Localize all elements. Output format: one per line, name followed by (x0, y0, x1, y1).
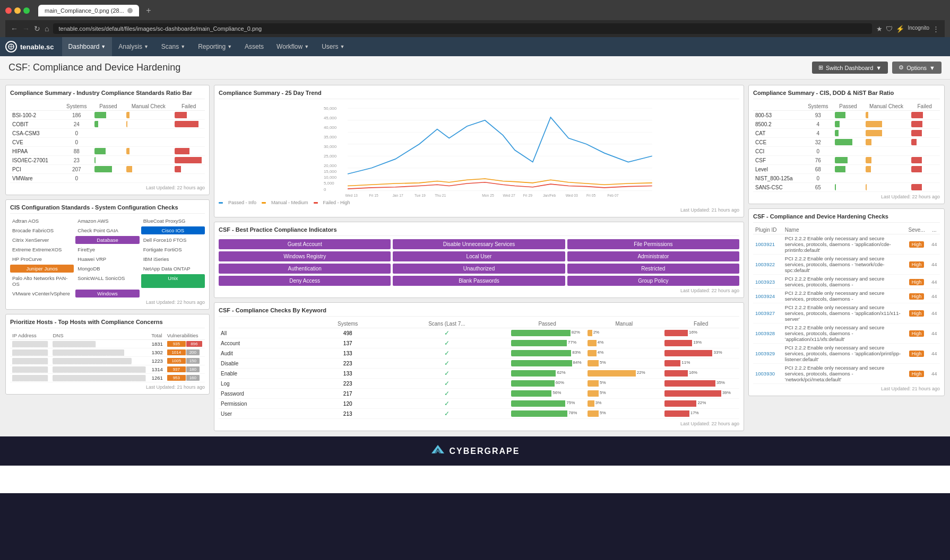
col-header-systems: Systems (61, 102, 92, 111)
svg-text:Fri 29: Fri 29 (523, 194, 533, 197)
cis-item[interactable]: Juniper Junos (10, 265, 74, 273)
table-row: 1003924 PCI 2.2.2 Enable only necessary … (753, 289, 940, 303)
compliance-summary-updated: Last Updated: 22 hours ago (10, 185, 205, 190)
cis-item[interactable]: BlueCoat ProxySG (141, 217, 205, 225)
nav-item-dashboard[interactable]: Dashboard ▼ (62, 37, 113, 56)
trend-title: Compliance Summary - 25 Day Trend (219, 90, 739, 99)
check-name: PCI 2.2.2 Enable only necessary and secu… (783, 323, 905, 344)
csf-indicator-item[interactable]: Authentication (219, 264, 391, 274)
csf-indicator-item[interactable]: Administrator (567, 251, 739, 261)
csf-indicator-item[interactable]: Guest Account (219, 239, 391, 249)
new-tab-button[interactable]: + (142, 4, 155, 17)
keyword: Audit (219, 348, 310, 358)
home-icon[interactable]: ⌂ (45, 24, 49, 33)
plugin-id: 1003929 (753, 344, 783, 364)
cis-item[interactable]: HP ProCurve (10, 255, 74, 263)
cis-item[interactable]: Cisco IOS (141, 226, 205, 234)
chevron-down-icon: ▼ (876, 65, 882, 71)
nist-failed-bar (909, 165, 940, 174)
nav-item-scans[interactable]: Scans ▼ (155, 37, 192, 56)
options-button[interactable]: ⚙ Options ▼ (892, 62, 942, 74)
checks-title: CSF - Compliance and Device Hardening Ch… (753, 213, 940, 223)
table-row: 1003923 PCI 2.2.2 Enable only necessary … (753, 275, 940, 289)
cis-item[interactable]: VMware vCenter/vSphere (10, 290, 74, 298)
browser-tab[interactable]: main_Compliance_0.png (28... (38, 5, 139, 16)
svg-text:5,000: 5,000 (324, 181, 334, 186)
nav-item-workflow[interactable]: Workflow ▼ (270, 37, 315, 56)
cis-item[interactable]: Extreme ExtremeXOS (10, 246, 74, 253)
app-container: tenable.sc Dashboard ▼ Analysis ▼ Scans … (0, 37, 950, 493)
cis-item[interactable]: Adtran AOS (10, 217, 74, 225)
nav-item-reporting[interactable]: Reporting ▼ (192, 37, 238, 56)
standard-name: COBIT (10, 120, 61, 129)
cis-item[interactable]: MongoDB (75, 265, 139, 273)
nav-item-assets[interactable]: Assets (238, 37, 270, 56)
table-row: VMWare 0 (10, 174, 205, 183)
kw-passed: 56% (509, 389, 586, 399)
csf-indicator-item[interactable]: Blank Passwords (393, 276, 565, 286)
bookmark-icon[interactable]: ★ (876, 25, 883, 33)
cis-item[interactable]: Windows (75, 290, 139, 298)
forward-icon[interactable]: → (22, 24, 30, 33)
cis-item[interactable]: Brocade FabricOS (10, 226, 74, 234)
nist-failed-bar (909, 174, 940, 183)
check-name: PCI 2.2.2 Enable only necessary and secu… (783, 289, 905, 303)
window-max-btn[interactable] (23, 7, 30, 14)
checks-col-name: Name (783, 226, 905, 234)
plugin-id: 1003921 (753, 234, 783, 255)
cis-item[interactable]: Dell Force10 FTOS (141, 236, 205, 244)
cis-item[interactable]: Citrix XenServer (10, 236, 74, 244)
menu-icon[interactable]: ⋮ (932, 25, 939, 33)
csf-indicator-item[interactable]: Deny Access (219, 276, 391, 286)
severity-badge: High (905, 364, 929, 384)
logo-icon (5, 41, 17, 52)
cis-item[interactable]: Database (75, 236, 139, 244)
csf-indicator-item[interactable]: Disable Unnecessary Services (393, 239, 565, 249)
host-dns: ██████████████████████████ (50, 365, 149, 374)
cis-item[interactable]: IBM iSeries (141, 255, 205, 263)
csf-indicator-item[interactable]: Unauthorized (393, 264, 565, 274)
csf-indicator-item[interactable]: Group Policy (567, 276, 739, 286)
host-ip: ██████████ (10, 340, 50, 348)
checks-table: Plugin ID Name Seve... ... 1003921 PCI 2… (753, 226, 940, 384)
nist-manual-bar (863, 120, 909, 129)
window-close-btn[interactable] (5, 7, 12, 14)
severity-num: 44 (929, 303, 940, 323)
cis-item[interactable]: SonicWALL SonicOS (75, 274, 139, 288)
nist-passed-bar (833, 156, 863, 165)
cis-item[interactable]: NetApp Data ONTAP (141, 265, 205, 273)
switch-dashboard-button[interactable]: ⊞ Switch Dashboard ▼ (812, 62, 888, 74)
cis-item[interactable]: Unix (141, 274, 205, 288)
address-bar[interactable] (53, 23, 872, 34)
standard-name: VMWare (10, 174, 61, 183)
cis-item[interactable]: Huawei VRP (75, 255, 139, 263)
cis-item[interactable]: FireEye (75, 246, 139, 253)
table-row: 800-53 93 (753, 111, 940, 120)
cis-item[interactable]: Amazon AWS (75, 217, 139, 225)
check-name: PCI 2.2.2 Enable only necessary and secu… (783, 255, 905, 275)
host-vulns: 1005 150 (165, 357, 205, 365)
csf-indicator-item[interactable]: Restricted (567, 264, 739, 274)
extension-icon[interactable]: ⚡ (896, 25, 904, 33)
nist-manual-bar (863, 183, 909, 192)
window-min-btn[interactable] (14, 7, 21, 14)
tab-close-icon[interactable] (127, 8, 133, 13)
kw-systems: 137 (310, 338, 385, 348)
refresh-icon[interactable]: ↻ (34, 24, 40, 33)
table-row: 1003930 PCI 2.2.2 Enable only necessary … (753, 364, 940, 384)
csf-indicator-item[interactable]: File Permissions (567, 239, 739, 249)
nist-manual-bar (863, 129, 909, 138)
nav-item-analysis[interactable]: Analysis ▼ (112, 37, 155, 56)
plugin-id: 1003930 (753, 364, 783, 384)
nist-failed-bar (909, 156, 940, 165)
cis-item[interactable]: Fortigate FortiOS (141, 246, 205, 253)
csf-indicator-item[interactable]: Windows Registry (219, 251, 391, 261)
col-dns: DNS (50, 331, 149, 340)
cis-item[interactable]: Palo Alto Networks PAN-OS (10, 274, 74, 288)
nav-item-users[interactable]: Users ▼ (315, 37, 351, 56)
csf-indicator-item[interactable]: Local User (393, 251, 565, 261)
nist-title: Compliance Summary - CIS, DOD & NiST Bar… (753, 90, 940, 99)
cis-item[interactable]: Check Point GAIA (75, 226, 139, 234)
compliance-checks-panel: CSF - Compliance and Device Hardening Ch… (748, 208, 945, 396)
back-icon[interactable]: ← (11, 24, 18, 33)
